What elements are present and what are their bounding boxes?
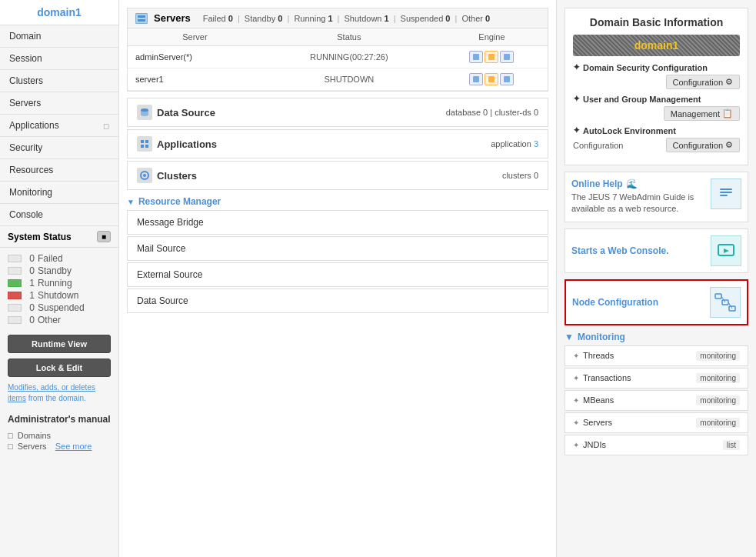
status-suspended: 0 Suspended: [8, 302, 111, 313]
resource-manager-title: Resource Manager: [138, 196, 221, 207]
svg-rect-17: [720, 192, 732, 193]
mbeans-gear-icon: ✦: [573, 396, 579, 405]
svg-rect-4: [504, 54, 510, 60]
status-dot-standby: [8, 267, 22, 275]
monitoring-transactions[interactable]: ✦ Transactions monitoring: [565, 368, 748, 389]
server-row-server1[interactable]: server1 SHUTDOWN: [128, 68, 548, 91]
nav-applications-icon: ◻: [103, 122, 109, 130]
security-config-btn-icon: ⚙: [725, 77, 733, 87]
autolock-config-btn[interactable]: Configuration ⚙: [666, 138, 740, 152]
status-dot-other: [8, 316, 22, 324]
monitoring-section-header: ▼ Monitoring: [565, 332, 748, 342]
nav-applications[interactable]: Applications ◻: [0, 115, 118, 137]
node-config-box[interactable]: Node Configuration: [565, 279, 748, 325]
jndis-badge: list: [723, 440, 740, 450]
jndis-gear-icon: ✦: [573, 441, 579, 449]
autolock-label: AutoLock Environment: [583, 126, 676, 135]
resource-manager-header: ▼ Resource Manager: [127, 196, 548, 207]
resource-data-source[interactable]: Data Source: [127, 289, 548, 313]
nav-clusters[interactable]: Clusters: [0, 70, 118, 92]
summary-clusters[interactable]: Clusters clusters 0: [127, 161, 548, 190]
svg-rect-9: [141, 140, 144, 143]
server-engine-admin: [436, 46, 548, 68]
jndis-label: JNDIs: [583, 440, 606, 449]
svg-rect-0: [138, 15, 145, 18]
resource-manager-arrow: ▼: [127, 198, 135, 206]
resource-external-source[interactable]: External Source: [127, 262, 548, 287]
transactions-badge: monitoring: [696, 373, 740, 383]
svg-rect-21: [715, 294, 721, 299]
nav-domain[interactable]: Domain: [0, 25, 118, 48]
servers-table: Server Status Engine adminServer(*) RUNN…: [128, 28, 548, 91]
web-console-box[interactable]: Starts a Web Console.: [565, 228, 748, 273]
datasource-icon: [137, 105, 152, 120]
user-group-btn[interactable]: Management 📋: [664, 106, 740, 121]
nav-monitoring[interactable]: Monitoring: [0, 182, 118, 204]
right-panel: Domain Basic Information domain1 ✦ Domai…: [556, 0, 756, 557]
help-icon-box[interactable]: [711, 178, 741, 209]
system-status-toggle[interactable]: ■: [97, 231, 111, 242]
user-group-dot: ✦: [573, 94, 580, 104]
server-row-admin[interactable]: adminServer(*) RUNNING(00:27:26): [128, 46, 548, 68]
server1-engine-icon-1[interactable]: [469, 73, 483, 85]
main-content: Servers Failed 0 | Standby 0 | Running 1…: [119, 0, 556, 557]
resource-message-bridge[interactable]: Message Bridge: [127, 210, 548, 235]
svg-rect-7: [504, 76, 510, 82]
server1-engine-icon-3[interactable]: [500, 73, 514, 85]
nav-security[interactable]: Security: [0, 137, 118, 159]
admin-note-link[interactable]: Modifies, adds, or deletes items: [8, 383, 95, 402]
summary-applications[interactable]: Applications application 3: [127, 129, 548, 158]
domain-title[interactable]: domain1: [0, 0, 118, 25]
nav-session[interactable]: Session: [0, 48, 118, 70]
engine-icon-1[interactable]: [469, 51, 483, 63]
server-name-server1: server1: [128, 68, 262, 91]
monitoring-servers-badge: monitoring: [696, 418, 740, 428]
nav-servers[interactable]: Servers: [0, 92, 118, 115]
autolock-dot: ✦: [573, 125, 580, 135]
user-group-btn-icon: 📋: [722, 108, 733, 118]
status-other: 0 Other: [8, 315, 111, 325]
server1-engine-icon-2[interactable]: [485, 73, 498, 85]
server-status-admin: RUNNING(00:27:26): [262, 46, 436, 68]
status-dot-suspended: [8, 304, 22, 312]
servers-panel: Servers Failed 0 | Standby 0 | Running 1…: [127, 8, 548, 92]
svg-rect-1: [138, 19, 145, 22]
status-dot-shutdown: [8, 292, 22, 299]
security-config-section: ✦ Domain Security Configuration Configur…: [573, 62, 740, 89]
svg-rect-10: [145, 140, 148, 143]
engine-icon-2[interactable]: [485, 51, 498, 63]
clusters-count: clusters 0: [502, 171, 538, 180]
admin-link-see-more[interactable]: See more: [55, 442, 92, 451]
engine-icon-3[interactable]: [500, 51, 514, 63]
monitoring-title: Monitoring: [578, 332, 625, 342]
servers-panel-title: Servers: [154, 12, 191, 24]
svg-rect-6: [488, 76, 495, 82]
servers-panel-stats: Failed 0 | Standby 0 | Running 1 | Shutd…: [203, 14, 490, 23]
autolock-btn-icon: ⚙: [725, 140, 733, 150]
servers-panel-header: Servers Failed 0 | Standby 0 | Running 1…: [128, 8, 548, 28]
monitoring-mbeans[interactable]: ✦ MBeans monitoring: [565, 390, 748, 411]
lock-edit-button[interactable]: Lock & Edit: [8, 359, 111, 377]
threads-label: Threads: [583, 351, 614, 360]
svg-rect-16: [720, 188, 732, 190]
svg-rect-18: [720, 195, 728, 196]
status-standby: 0 Standby: [8, 265, 111, 276]
monitoring-threads[interactable]: ✦ Threads monitoring: [565, 345, 748, 366]
monitoring-servers[interactable]: ✦ Servers monitoring: [565, 412, 748, 433]
status-dot-failed: [8, 255, 22, 262]
monitoring-jndis[interactable]: ✦ JNDIs list: [565, 435, 748, 455]
col-status: Status: [262, 28, 436, 46]
resource-mail-source[interactable]: Mail Source: [127, 236, 548, 261]
transactions-gear-icon: ✦: [573, 374, 579, 382]
nav-resources[interactable]: Resources: [0, 159, 118, 182]
node-config-title: Node Configuration: [572, 297, 658, 308]
nav-console[interactable]: Console: [0, 204, 118, 226]
monitoring-section: ▼ Monitoring ✦ Threads monitoring ✦ Tran…: [565, 332, 748, 457]
summary-datasource[interactable]: Data Source database 0 | cluster-ds 0: [127, 98, 548, 127]
svg-rect-12: [145, 145, 148, 148]
security-config-label: Domain Security Configuration: [583, 63, 708, 72]
security-config-btn[interactable]: Configuration ⚙: [666, 75, 740, 89]
svg-rect-11: [141, 145, 144, 148]
runtime-view-button[interactable]: Runtime View: [8, 335, 111, 353]
svg-rect-5: [473, 76, 479, 82]
